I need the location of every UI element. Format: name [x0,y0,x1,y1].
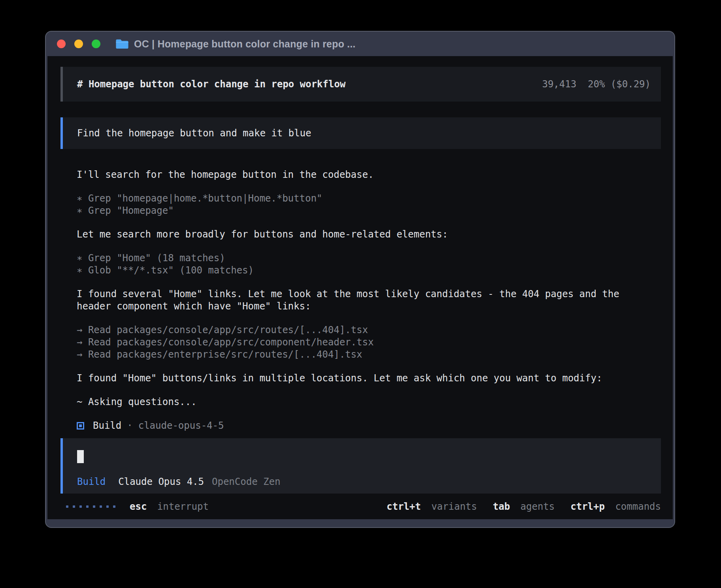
hint-key-ctrl-t: ctrl+t [387,501,421,512]
tool-call-grep: ∗ Grep "Homepage" [77,205,661,217]
hint-key-esc: esc [130,501,147,512]
input-meta-row: Build Claude Opus 4.5 OpenCode Zen [77,476,661,487]
agent-name: Build [93,420,121,432]
assistant-text: Let me search more broadly for buttons a… [77,228,661,241]
hint-agents: tab agents [493,501,555,512]
tool-call-grep: ∗ Grep "Home" (18 matches) [77,252,661,264]
chat-transcript: I'll search for the homepage button in t… [77,169,661,432]
input-provider-label: OpenCode Zen [212,476,280,487]
tool-call-glob: ∗ Glob "**/*.tsx" (100 matches) [77,264,661,277]
agent-badge-icon [77,422,84,430]
session-header: # Homepage button color change in repo w… [60,67,661,102]
tool-call-read: → Read packages/enterprise/src/routes/[.… [77,349,661,361]
agent-status-line: Build · claude-opus-4-5 [77,420,661,432]
assistant-text: I found "Home" buttons/links in multiple… [77,372,661,384]
input-model-label: Claude Opus 4.5 [118,476,204,487]
tool-call-group: ∗ Grep "Home" (18 matches) ∗ Glob "**/*.… [77,252,661,277]
window-titlebar[interactable]: OC | Homepage button color change in rep… [46,32,674,56]
assistant-text: I'll search for the homepage button in t… [77,169,661,181]
hint-interrupt: esc interrupt [130,501,209,512]
input-mode-label: Build [77,476,106,487]
text-cursor [77,450,84,463]
hint-label-variants: variants [431,501,477,512]
assistant-status-text: ~ Asking questions... [77,396,661,408]
folder-icon [115,39,129,49]
hint-label-commands: commands [615,501,661,512]
session-title: # Homepage button color change in repo w… [77,79,345,90]
hint-commands: ctrl+p commands [570,501,661,512]
hint-label-interrupt: interrupt [157,501,209,512]
terminal-window: OC | Homepage button color change in rep… [45,31,675,528]
tool-call-group: → Read packages/console/app/src/routes/[… [77,324,661,361]
tool-call-grep: ∗ Grep "homepage|home.*button|Home.*butt… [77,192,661,205]
traffic-lights [57,40,100,48]
terminal-content: # Homepage button color change in repo w… [47,56,673,519]
tool-call-group: ∗ Grep "homepage|home.*button|Home.*butt… [77,192,661,217]
user-message: Find the homepage button and make it blu… [60,117,661,149]
tool-call-read: → Read packages/console/app/src/routes/[… [77,324,661,336]
hint-variants: ctrl+t variants [387,501,477,512]
progress-spinner-dots [66,505,115,508]
zoom-button[interactable] [92,40,100,48]
status-bar: esc interrupt ctrl+t variants tab agents… [60,494,661,519]
window-title: OC | Homepage button color change in rep… [134,38,355,50]
hint-key-tab: tab [493,501,510,512]
prompt-input[interactable]: Build Claude Opus 4.5 OpenCode Zen [60,438,661,494]
assistant-text: I found several "Home" links. Let me loo… [77,288,661,313]
tool-call-read: → Read packages/console/app/src/componen… [77,336,661,349]
session-token-stats: 39,413 20% ($0.29) [542,79,651,90]
status-bar-left: esc interrupt [66,501,209,512]
user-message-text: Find the homepage button and make it blu… [77,128,311,139]
close-button[interactable] [57,40,66,48]
hint-label-agents: agents [521,501,555,512]
separator-dot: · [127,420,132,432]
agent-model: claude-opus-4-5 [138,420,224,432]
status-bar-right: ctrl+t variants tab agents ctrl+p comman… [387,501,661,512]
minimize-button[interactable] [74,40,83,48]
hint-key-ctrl-p: ctrl+p [570,501,605,512]
